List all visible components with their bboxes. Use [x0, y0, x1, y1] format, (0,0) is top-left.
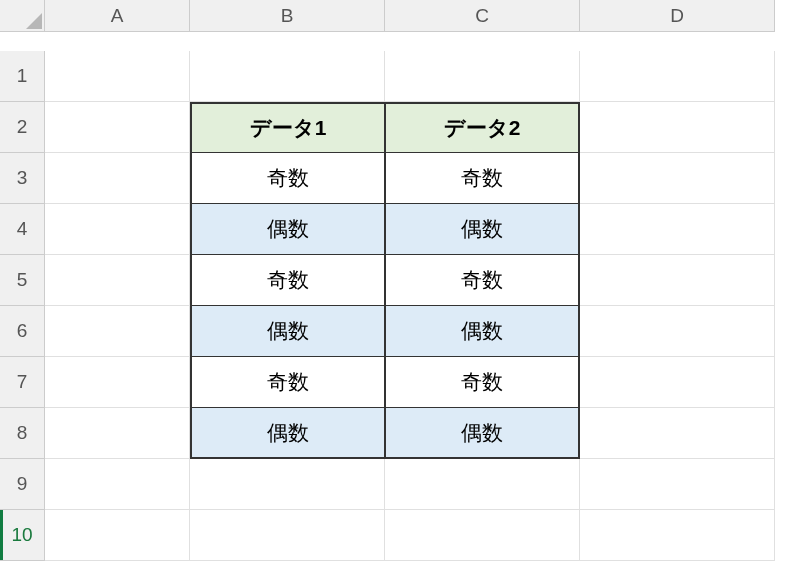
cell-A8[interactable]: [45, 408, 190, 459]
cell-C6[interactable]: 偶数: [385, 306, 580, 357]
cell-D7[interactable]: [580, 357, 775, 408]
cell-C1[interactable]: [385, 51, 580, 102]
cell-C4[interactable]: 偶数: [385, 204, 580, 255]
cell-D2[interactable]: [580, 102, 775, 153]
cell-B10[interactable]: [190, 510, 385, 561]
cell-C9[interactable]: [385, 459, 580, 510]
cell-A9[interactable]: [45, 459, 190, 510]
row-header-3[interactable]: 3: [0, 153, 45, 204]
cell-B9[interactable]: [190, 459, 385, 510]
row-header-8[interactable]: 8: [0, 408, 45, 459]
cell-A1[interactable]: [45, 51, 190, 102]
cell-B7[interactable]: 奇数: [190, 357, 385, 408]
cell-B4[interactable]: 偶数: [190, 204, 385, 255]
cell-A7[interactable]: [45, 357, 190, 408]
cell-C8[interactable]: 偶数: [385, 408, 580, 459]
col-header-D[interactable]: D: [580, 0, 775, 32]
cell-A6[interactable]: [45, 306, 190, 357]
row-header-10[interactable]: 10: [0, 510, 45, 561]
row-header-6[interactable]: 6: [0, 306, 45, 357]
cell-B6[interactable]: 偶数: [190, 306, 385, 357]
cell-B1[interactable]: [190, 51, 385, 102]
cell-A10[interactable]: [45, 510, 190, 561]
row-header-7[interactable]: 7: [0, 357, 45, 408]
cell-C7[interactable]: 奇数: [385, 357, 580, 408]
cell-D6[interactable]: [580, 306, 775, 357]
cell-A5[interactable]: [45, 255, 190, 306]
col-header-C[interactable]: C: [385, 0, 580, 32]
cell-A2[interactable]: [45, 102, 190, 153]
cell-D1[interactable]: [580, 51, 775, 102]
select-all-corner[interactable]: [0, 0, 45, 32]
spreadsheet-grid[interactable]: A B C D 1 2 データ1 データ2 3 奇数 奇数 4 偶数 偶数 5 …: [0, 0, 800, 561]
row-header-9[interactable]: 9: [0, 459, 45, 510]
cell-C5[interactable]: 奇数: [385, 255, 580, 306]
cell-B5[interactable]: 奇数: [190, 255, 385, 306]
row-header-1[interactable]: 1: [0, 51, 45, 102]
cell-A4[interactable]: [45, 204, 190, 255]
cell-D8[interactable]: [580, 408, 775, 459]
row-header-4[interactable]: 4: [0, 204, 45, 255]
cell-C10[interactable]: [385, 510, 580, 561]
cell-D3[interactable]: [580, 153, 775, 204]
cell-B3[interactable]: 奇数: [190, 153, 385, 204]
cell-B2[interactable]: データ1: [190, 102, 385, 153]
cell-B8[interactable]: 偶数: [190, 408, 385, 459]
row-header-2[interactable]: 2: [0, 102, 45, 153]
col-header-A[interactable]: A: [45, 0, 190, 32]
cell-C2[interactable]: データ2: [385, 102, 580, 153]
cell-A3[interactable]: [45, 153, 190, 204]
cell-D5[interactable]: [580, 255, 775, 306]
row-header-5[interactable]: 5: [0, 255, 45, 306]
cell-D4[interactable]: [580, 204, 775, 255]
col-header-B[interactable]: B: [190, 0, 385, 32]
cell-D9[interactable]: [580, 459, 775, 510]
cell-D10[interactable]: [580, 510, 775, 561]
cell-C3[interactable]: 奇数: [385, 153, 580, 204]
